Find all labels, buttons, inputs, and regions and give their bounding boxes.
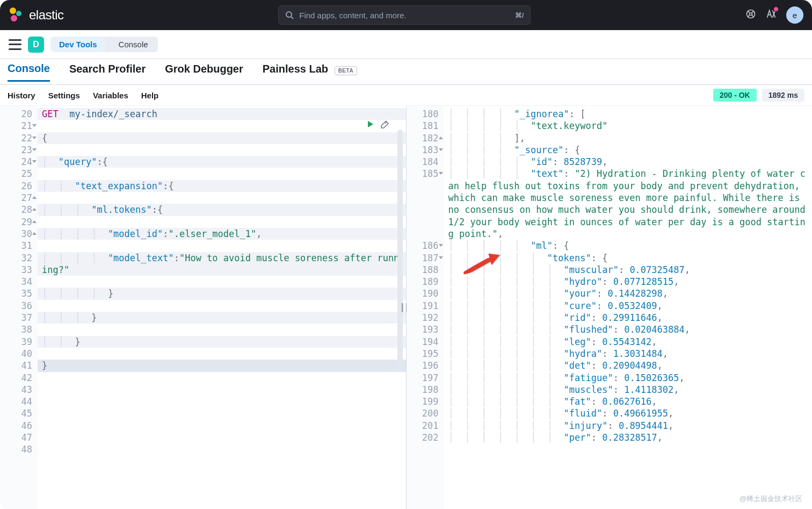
breadcrumb-console: Console — [106, 37, 158, 52]
subnav-variables[interactable]: Variables — [93, 91, 128, 100]
status-badge: 200 - OK — [713, 89, 757, 102]
breadcrumb-bar: D Dev Tools Console — [0, 30, 812, 59]
beta-badge: BETA — [335, 66, 357, 75]
svg-line-1 — [291, 17, 293, 19]
response-viewer: │ │ │ │ "_ignorea": [ │ │ │ │ │ "text.ke… — [444, 106, 813, 509]
request-gutter: 2021222324252627282930313233343536373839… — [0, 106, 38, 509]
tab-profiler[interactable]: Search Profiler — [69, 63, 146, 81]
request-scrollbar[interactable] — [397, 130, 403, 371]
notification-dot — [773, 6, 779, 12]
top-bar: elastic Find apps, content, and more. ⌘/… — [0, 0, 812, 30]
svg-line-6 — [748, 16, 749, 17]
space-badge[interactable]: D — [28, 37, 44, 53]
brand[interactable]: elastic — [9, 8, 64, 23]
tab-console[interactable]: Console — [8, 62, 50, 82]
search-shortcut: ⌘/ — [515, 11, 524, 19]
svg-line-5 — [752, 16, 754, 17]
devtools-tabs: Console Search Profiler Grok Debugger Pa… — [0, 59, 812, 85]
request-pane[interactable]: 2021222324252627282930313233343536373839… — [0, 106, 407, 509]
svg-point-3 — [750, 13, 752, 16]
brand-text: elastic — [29, 8, 64, 23]
svg-line-7 — [752, 11, 754, 12]
svg-line-4 — [748, 11, 749, 12]
help-icon[interactable] — [745, 9, 756, 21]
search-placeholder: Find apps, content, and more. — [299, 11, 509, 20]
subnav-settings[interactable]: Settings — [48, 91, 80, 100]
elastic-logo-icon — [9, 8, 24, 23]
search-icon — [285, 11, 294, 19]
breadcrumb: Dev Tools Console — [50, 37, 158, 52]
avatar-letter: e — [793, 11, 797, 20]
breadcrumb-devtools[interactable]: Dev Tools — [50, 37, 106, 52]
response-time: 1892 ms — [762, 89, 804, 102]
console-toolbar: History Settings Variables Help 200 - OK… — [0, 85, 812, 106]
subnav-history[interactable]: History — [8, 91, 35, 100]
tab-painless[interactable]: Painless Lab BETA — [263, 63, 357, 81]
nav-toggle-icon[interactable] — [9, 39, 21, 50]
request-editor[interactable]: GET my-index/_search { │ "query":{ │ │ "… — [38, 106, 406, 509]
subnav-help[interactable]: Help — [141, 91, 159, 100]
global-search[interactable]: Find apps, content, and more. ⌘/ — [278, 5, 531, 25]
run-request-icon[interactable] — [366, 120, 375, 132]
watermark: @稀土掘金技术社区 — [740, 494, 802, 504]
response-gutter: 180181182183184185 186187188189190191192… — [407, 106, 444, 509]
user-avatar[interactable]: e — [786, 6, 803, 24]
svg-point-0 — [286, 12, 292, 17]
response-pane[interactable]: 180181182183184185 186187188189190191192… — [407, 106, 813, 509]
tab-grok[interactable]: Grok Debugger — [165, 63, 243, 81]
newsfeed-icon[interactable] — [766, 9, 777, 21]
request-options-icon[interactable] — [380, 120, 390, 132]
editor-panes: 2021222324252627282930313233343536373839… — [0, 106, 812, 509]
